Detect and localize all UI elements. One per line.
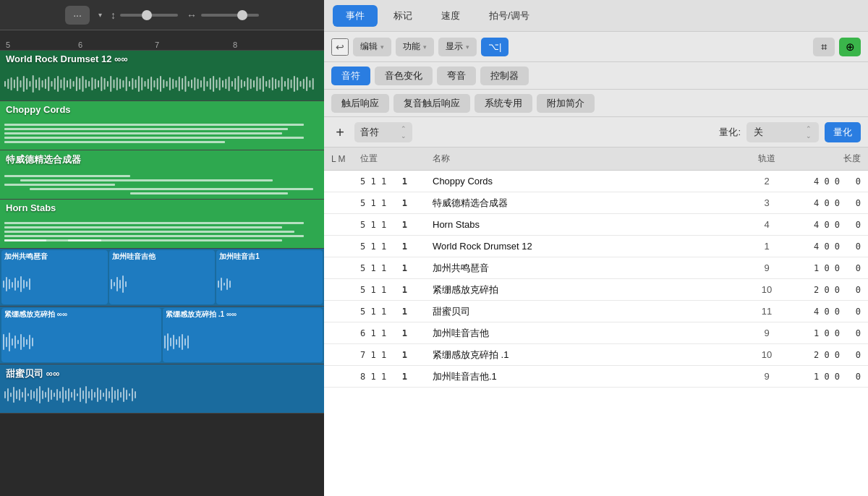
svg-rect-39	[126, 77, 127, 91]
type-btn-poly-aftertouch[interactable]: 复音触后响应	[393, 94, 470, 113]
table-row[interactable]: 5 1 1 1 Choppy Cords 2 4 0 0 0	[324, 171, 868, 192]
cell-pos-5: 5 1 1 1	[360, 285, 433, 295]
table-row[interactable]: 7 1 1 1 紧绷感放克碎拍 .1 10 2 0 0 0	[324, 344, 868, 366]
svg-rect-123	[9, 333, 10, 351]
table-row[interactable]: 6 1 1 1 加州哇音吉他 9 1 0 0 0	[324, 322, 868, 344]
transport-chevron-icon: ▾	[98, 11, 102, 19]
svg-rect-50	[160, 76, 161, 92]
track-tewei[interactable]: 特威德精选合成器	[0, 150, 324, 200]
game-controller-icon-btn[interactable]: ⌗	[813, 38, 835, 56]
track-crashes[interactable]: 紧绷感放克碎拍 ∞∞	[0, 307, 324, 364]
svg-rect-89	[281, 77, 283, 91]
horizontal-slider-thumb[interactable]	[237, 10, 247, 20]
type-btn-controller[interactable]: 控制器	[480, 67, 529, 85]
svg-rect-164	[71, 392, 72, 398]
horizontal-scroll-control[interactable]: ↔	[187, 9, 259, 21]
green-icon-btn[interactable]: ⊕	[839, 38, 861, 56]
clip-crash-2[interactable]: 紧绷感放克碎拍 .1 ∞∞	[163, 308, 323, 362]
svg-rect-157	[51, 390, 52, 400]
svg-rect-44	[141, 77, 142, 90]
clip-crash-1[interactable]: 紧绷感放克碎拍 ∞∞	[1, 308, 161, 362]
svg-rect-0	[4, 81, 6, 87]
note-type-select[interactable]: 音符 ⌃⌄	[354, 122, 412, 142]
svg-rect-19	[64, 77, 65, 90]
type-btn-sysex[interactable]: 系统专用	[475, 94, 532, 113]
svg-rect-51	[163, 80, 164, 88]
cell-length-4: 1 0 0 0	[788, 263, 861, 273]
track-choppy[interactable]: Choppy Cords	[0, 101, 324, 150]
table-row[interactable]: 5 1 1 1 加州共鸣琶音 9 1 0 0 0	[324, 257, 868, 279]
type-btn-timbre[interactable]: 音色变化	[375, 67, 433, 85]
type-btn-bend[interactable]: 弯音	[437, 67, 476, 85]
clip-jiuzhou-gong[interactable]: 加州共鸣琶音	[1, 250, 108, 304]
svg-rect-99	[312, 78, 314, 90]
clip-jiuzhou-wa2[interactable]: 加州哇音吉1	[216, 250, 323, 304]
svg-rect-144	[13, 387, 14, 403]
back-button[interactable]: ↩	[331, 38, 349, 56]
track-horn[interactable]: Horn Stabs	[0, 200, 324, 249]
cell-length-3: 4 0 0 0	[788, 241, 861, 252]
track-horn-label: Horn Stabs	[0, 200, 324, 215]
vertical-slider-track[interactable]	[120, 14, 178, 17]
tracks-area: World Rock Drumset 12 ∞∞ // Generate wav…	[0, 51, 324, 496]
ruler: 5 6 7 8	[0, 30, 324, 51]
table-row[interactable]: 5 1 1 1 World Rock Drumset 12 1 4 0 0 0	[324, 236, 868, 257]
table-row[interactable]: 5 1 1 1 紧绷感放克碎拍 10 2 0 0 0	[324, 279, 868, 301]
svg-rect-179	[114, 390, 116, 399]
tab-timesig[interactable]: 拍号/调号	[476, 5, 542, 27]
table-body[interactable]: 5 1 1 1 Choppy Cords 2 4 0 0 0 5 1 1 1 特…	[324, 171, 868, 496]
horn-pattern	[0, 215, 324, 249]
edit-dropdown[interactable]: 编辑 ▾	[353, 38, 391, 56]
table-row[interactable]: 8 1 1 1 加州哇音吉他.1 9 1 0 0 0	[324, 366, 868, 388]
svg-rect-150	[30, 390, 32, 400]
svg-rect-72	[229, 77, 230, 91]
cell-length-1: 4 0 0 0	[788, 198, 861, 208]
edit-chevron-icon: ▾	[380, 43, 384, 51]
tab-bar: 事件 标记 速度 拍号/调号	[324, 0, 868, 32]
track-sweet[interactable]: 甜蜜贝司 ∞∞	[0, 364, 324, 414]
vertical-slider-thumb[interactable]	[142, 10, 152, 20]
note-type-chevron-icon: ⌃⌄	[401, 125, 407, 140]
svg-rect-82	[260, 78, 261, 90]
svg-rect-168	[82, 390, 84, 399]
function-dropdown[interactable]: 功能 ▾	[396, 38, 434, 56]
transport-dots-btn[interactable]: ···	[65, 6, 90, 25]
filter-button[interactable]: ⌥|	[481, 38, 509, 56]
cell-length-2: 4 0 0 0	[788, 220, 861, 230]
tab-markers[interactable]: 标记	[380, 5, 425, 27]
quantize-value-select[interactable]: 关 ⌃⌄	[746, 122, 819, 142]
cell-pos-8: 7 1 1 1	[360, 350, 433, 360]
cell-name-5: 紧绷感放克碎拍	[433, 283, 745, 296]
horizontal-slider-track[interactable]	[201, 14, 259, 17]
svg-rect-70	[222, 80, 224, 87]
track-drum[interactable]: World Rock Drumset 12 ∞∞ // Generate wav…	[0, 51, 324, 101]
table-row[interactable]: 5 1 1 1 甜蜜贝司 11 4 0 0 0	[324, 301, 868, 322]
sweet-waveform-svg	[4, 384, 315, 406]
add-button[interactable]: +	[331, 124, 349, 141]
svg-rect-18	[60, 80, 61, 88]
svg-rect-186	[135, 391, 136, 398]
display-dropdown[interactable]: 显示 ▾	[438, 38, 477, 56]
svg-rect-122	[6, 337, 7, 347]
cell-name-1: 特威德精选合成器	[433, 197, 745, 210]
svg-rect-137	[179, 336, 180, 348]
vertical-scroll-control[interactable]: ↕	[111, 9, 178, 21]
tab-events[interactable]: 事件	[333, 5, 378, 27]
tab-tempo[interactable]: 速度	[428, 5, 473, 27]
table-row[interactable]: 5 1 1 1 特威德精选合成器 3 4 0 0 0	[324, 192, 868, 214]
cell-name-7: 加州哇音吉他	[433, 327, 745, 340]
svg-rect-7	[26, 78, 27, 90]
svg-rect-126	[17, 340, 19, 344]
type-btn-aftertouch[interactable]: 触后响应	[331, 94, 389, 113]
track-blue-clips[interactable]: 加州共鸣琶音	[0, 249, 324, 307]
table-row[interactable]: 5 1 1 1 Horn Stabs 4 4 0 0 0	[324, 214, 868, 236]
svg-rect-62	[197, 79, 199, 89]
type-btn-addinfo[interactable]: 附加简介	[537, 94, 595, 113]
svg-rect-181	[120, 392, 122, 398]
svg-rect-184	[129, 393, 130, 396]
clip-jiuzhou-wa[interactable]: 加州哇音吉他	[109, 250, 216, 304]
quantize-action-button[interactable]: 量化	[825, 122, 861, 142]
cell-length-9: 1 0 0 0	[788, 372, 861, 382]
type-btn-note[interactable]: 音符	[331, 67, 370, 85]
svg-rect-120	[229, 281, 231, 288]
